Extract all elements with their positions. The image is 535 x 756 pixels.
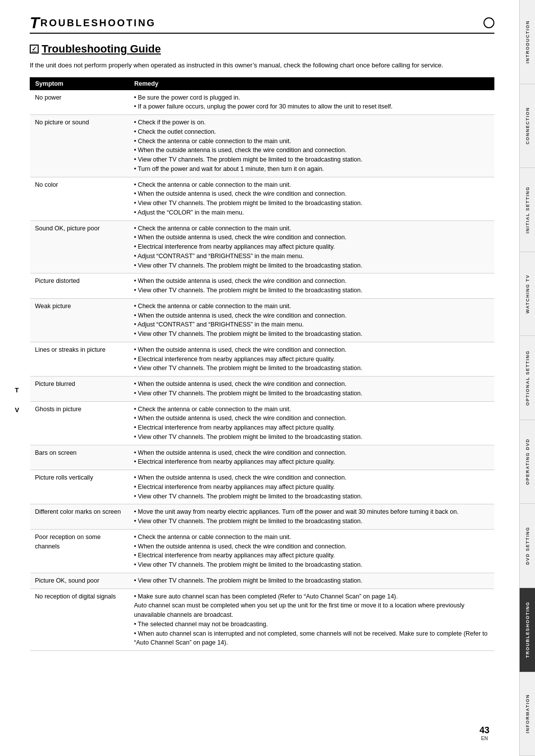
- remedy-line: • View other TV channels. The problem mi…: [134, 492, 489, 501]
- side-tab-label: DVD SETTING: [525, 527, 530, 565]
- table-row: Different color marks on screen• Move th…: [30, 504, 494, 530]
- remedy-line: • Check the antenna or cable connection …: [134, 302, 489, 311]
- remedy-line: • When the outside antenna is used, chec…: [134, 311, 489, 321]
- remedy-line: • Check the antenna or cable connection …: [134, 224, 489, 233]
- symptom-cell: Picture blurred: [30, 377, 129, 402]
- remedy-line: • View other TV channels. The problem mi…: [134, 389, 489, 398]
- remedy-line: • When auto channel scan is interrupted …: [134, 629, 489, 648]
- page-number-sub: EN: [480, 736, 489, 741]
- table-row: Picture distorted• When the outside ante…: [30, 273, 494, 299]
- remedy-cell: • Check if the power is on.• Check the o…: [129, 115, 494, 177]
- symptom-cell: Sound OK, picture poor: [30, 220, 129, 273]
- remedy-line: • Check if the power is on.: [134, 118, 489, 127]
- symptom-cell: Ghosts in picture: [30, 401, 129, 445]
- header-circle: [483, 17, 494, 28]
- remedy-line: • Check the outlet connection.: [134, 127, 489, 137]
- table-row: No color• Check the antenna or cable con…: [30, 177, 494, 220]
- remedy-line: • Electrical interference from nearby ap…: [134, 551, 489, 560]
- section-title-text: Troubleshooting Guide: [42, 43, 161, 55]
- intro-text: If the unit does not perform properly wh…: [30, 60, 494, 70]
- remedy-cell: • Check the antenna or cable connection …: [129, 401, 494, 445]
- main-content: T ROUBLESHOOTING ✓ Troubleshooting Guide…: [0, 0, 519, 756]
- remedy-line: • View other TV channels. The problem mi…: [134, 364, 489, 373]
- remedy-line: Auto channel scan must be completed when…: [134, 601, 489, 620]
- page-number-area: 43 EN: [480, 725, 489, 741]
- remedy-line: • Adjust the “COLOR” in the main menu.: [134, 208, 489, 217]
- remedy-cell: • Be sure the power cord is plugged in.•…: [129, 90, 494, 115]
- table-row: No picture or sound• Check if the power …: [30, 115, 494, 177]
- remedy-line: • The selected channel may not be broadc…: [134, 620, 489, 629]
- tv-marker-v: V: [15, 406, 19, 414]
- symptom-cell: Bars on screen: [30, 445, 129, 470]
- remedy-line: • When the outside antenna is used, chec…: [134, 379, 489, 389]
- remedy-line: • When the outside antenna is used, chec…: [134, 233, 489, 242]
- col-remedy-header: Remedy: [129, 77, 494, 90]
- symptom-cell: Picture rolls vertically: [30, 470, 129, 504]
- remedy-line: • When the outside antenna is used, chec…: [134, 189, 489, 199]
- side-tab-label: WATCHING TV: [525, 274, 530, 314]
- symptom-cell: No picture or sound: [30, 115, 129, 177]
- side-tab-watching-tv[interactable]: WATCHING TV: [520, 252, 535, 336]
- remedy-line: • If a power failure occurs, unplug the …: [134, 102, 489, 111]
- side-tab-label: INITIAL SETTING: [525, 186, 530, 233]
- side-tab-information[interactable]: INFORMATION: [520, 672, 535, 756]
- symptom-cell: Picture OK, sound poor: [30, 573, 129, 589]
- remedy-line: • View other TV channels. The problem mi…: [134, 329, 489, 339]
- tv-marker-t: T: [15, 386, 19, 394]
- remedy-cell: • Check the antenna or cable connection …: [129, 177, 494, 220]
- side-tab-connection[interactable]: CONNECTION: [520, 84, 535, 168]
- side-tab-introduction[interactable]: INTRODUCTION: [520, 0, 535, 84]
- remedy-cell: • Check the antenna or cable connection …: [129, 220, 494, 273]
- side-tab-troubleshooting[interactable]: TROUBLESHOOTING: [520, 588, 535, 672]
- symptom-cell: No color: [30, 177, 129, 220]
- symptom-cell: Picture distorted: [30, 273, 129, 299]
- remedy-cell: • When the outside antenna is used, chec…: [129, 273, 494, 299]
- remedy-line: • Electrical interference from nearby ap…: [134, 242, 489, 252]
- remedy-line: • Check the antenna or cable connection …: [134, 180, 489, 190]
- table-row: Picture rolls vertically• When the outsi…: [30, 470, 494, 504]
- checkbox-icon: ✓: [30, 45, 39, 54]
- remedy-line: • Check the antenna or cable connection …: [134, 137, 489, 146]
- table-row: Bars on screen• When the outside antenna…: [30, 445, 494, 470]
- remedy-line: • View other TV channels. The problem mi…: [134, 155, 489, 164]
- remedy-line: • Be sure the power cord is plugged in.: [134, 93, 489, 103]
- trouble-table: Symptom Remedy No power• Be sure the pow…: [30, 77, 494, 651]
- remedy-line: • View other TV channels. The problem mi…: [134, 517, 489, 526]
- symptom-cell: No reception of digital signals: [30, 589, 129, 651]
- remedy-cell: • View other TV channels. The problem mi…: [129, 573, 494, 589]
- table-row: Picture blurred• When the outside antenn…: [30, 377, 494, 402]
- remedy-line: • Make sure auto channel scan has been c…: [134, 592, 489, 601]
- side-tab-dvd-setting[interactable]: DVD SETTING: [520, 504, 535, 588]
- side-tab-label: INFORMATION: [525, 694, 530, 733]
- remedy-cell: • When the outside antenna is used, chec…: [129, 377, 494, 402]
- symptom-cell: Weak picture: [30, 298, 129, 342]
- col-symptom-header: Symptom: [30, 77, 129, 90]
- table-row: No power• Be sure the power cord is plug…: [30, 90, 494, 115]
- side-tab-operating-dvd[interactable]: OPERATING DVD: [520, 420, 535, 504]
- table-row: Weak picture• Check the antenna or cable…: [30, 298, 494, 342]
- table-row: Picture OK, sound poor• View other TV ch…: [30, 573, 494, 589]
- table-row: No reception of digital signals• Make su…: [30, 589, 494, 651]
- side-tab-label: OPTIONAL SETTING: [525, 350, 530, 406]
- table-row: Lines or streaks in picture• When the ou…: [30, 342, 494, 376]
- remedy-line: • When the outside antenna is used, chec…: [134, 414, 489, 423]
- remedy-cell: • When the outside antenna is used, chec…: [129, 470, 494, 504]
- remedy-line: • Turn off the power and wait for about …: [134, 164, 489, 174]
- side-tab-label: OPERATING DVD: [525, 438, 530, 485]
- side-tab-optional-setting[interactable]: OPTIONAL SETTING: [520, 336, 535, 420]
- side-tab-label: TROUBLESHOOTING: [525, 601, 530, 658]
- remedy-cell: • When the outside antenna is used, chec…: [129, 342, 494, 376]
- remedy-line: • When the outside antenna is used, chec…: [134, 146, 489, 155]
- header-title-text: ROUBLESHOOTING: [41, 17, 156, 29]
- page-number: 43: [480, 725, 489, 736]
- remedy-line: • Check the antenna or cable connection …: [134, 405, 489, 414]
- side-tab-initial-setting[interactable]: INITIAL SETTING: [520, 168, 535, 252]
- remedy-cell: • Check the antenna or cable connection …: [129, 298, 494, 342]
- symptom-cell: Different color marks on screen: [30, 504, 129, 530]
- remedy-line: • Electrical interference from nearby ap…: [134, 355, 489, 364]
- remedy-line: • Electrical interference from nearby ap…: [134, 457, 489, 467]
- remedy-line: • View other TV channels. The problem mi…: [134, 199, 489, 208]
- remedy-line: • Electrical interference from nearby ap…: [134, 483, 489, 492]
- table-row: Ghosts in picture• Check the antenna or …: [30, 401, 494, 445]
- remedy-line: • View other TV channels. The problem mi…: [134, 286, 489, 295]
